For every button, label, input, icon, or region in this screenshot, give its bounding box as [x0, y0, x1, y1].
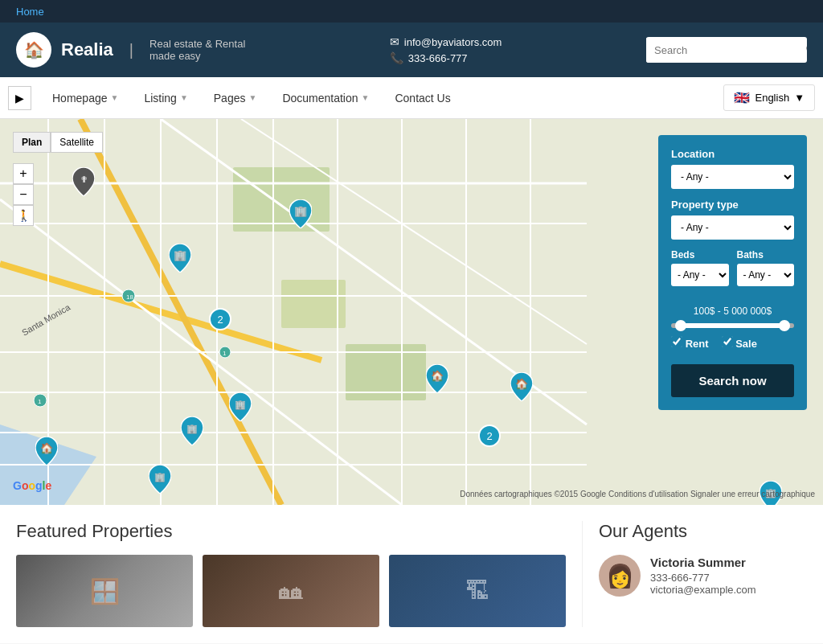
agent-name: Victoria Summer [650, 556, 756, 569]
svg-text:✟: ✟ [80, 174, 88, 184]
property-type-label: Property type [671, 199, 794, 211]
featured-left: Featured Properties 🪟 🏘 🏗 [16, 521, 566, 627]
language-selector[interactable]: 🇬🇧 English ▼ [723, 84, 815, 111]
map-pin-2[interactable]: 🏢 [289, 199, 312, 231]
nav-listing-label: Listing [144, 92, 176, 105]
nav-homepage-arrow: ▼ [111, 93, 119, 102]
range-handle-left[interactable] [675, 320, 686, 331]
zoom-out-button[interactable]: − [13, 184, 34, 205]
svg-text:1: 1 [38, 398, 42, 405]
property-card-img-1: 🪟 [16, 555, 193, 627]
map-pin-1[interactable]: 🏢 [169, 244, 191, 275]
svg-text:🏢: 🏢 [235, 399, 246, 410]
nav-listing-arrow: ▼ [180, 93, 188, 102]
img-placeholder-3: 🏗 [389, 555, 566, 627]
property-type-select[interactable]: - Any - [671, 215, 794, 240]
map-type-buttons: Plan Satellite [13, 132, 103, 153]
top-bar: Home [0, 0, 823, 23]
range-track [678, 323, 788, 328]
agents-title: Our Agents [599, 521, 807, 542]
sale-checkbox-label[interactable]: Sale [722, 336, 757, 350]
nav-item-pages[interactable]: Pages ▼ [201, 77, 270, 119]
agents-section: Our Agents 👩 Victoria Summer 333-666-777… [582, 521, 807, 627]
nav-toggle-button[interactable]: ▶ [8, 86, 31, 110]
email-icon: ✉ [390, 35, 399, 48]
sale-checkbox[interactable] [722, 336, 733, 347]
rent-label: Rent [686, 338, 709, 350]
header: 🏠 Realia | Real estate & Rental made eas… [0, 23, 823, 77]
nav-contact-label: Contact Us [395, 92, 450, 105]
featured-section: Featured Properties 🪟 🏘 🏗 Our Agents 👩 [0, 505, 823, 643]
svg-text:🏠: 🏠 [431, 369, 444, 383]
nav-item-listing[interactable]: Listing ▼ [131, 77, 200, 119]
agent-avatar: 👩 [599, 555, 641, 597]
svg-rect-2 [233, 167, 330, 232]
nav-item-contact[interactable]: Contact Us [382, 77, 463, 119]
logo-divider: | [129, 41, 133, 59]
location-select[interactable]: - Any - [671, 165, 794, 189]
svg-text:🏠: 🏠 [515, 377, 529, 391]
price-range-label: 100$ - 5 000 000$ [671, 306, 794, 317]
baths-label: Baths [737, 249, 795, 260]
baths-select[interactable]: - Any - [737, 264, 795, 286]
beds-baths-row: Beds - Any - Baths - Any - [671, 249, 794, 296]
map-pin-8[interactable]: 🏢 [181, 416, 203, 448]
phone-icon: 📞 [390, 51, 403, 64]
satellite-button[interactable]: Satellite [51, 132, 103, 153]
range-handle-right[interactable] [779, 320, 790, 331]
img-placeholder-2: 🏘 [203, 555, 379, 627]
map-pin-3[interactable]: ✟ [72, 167, 95, 199]
plan-button[interactable]: Plan [13, 132, 51, 153]
search-now-button[interactable]: Search now [671, 364, 794, 397]
nav-pages-label: Pages [214, 92, 246, 105]
nav-homepage-label: Homepage [52, 92, 108, 105]
map-footer-text: Données cartographiques ©2015 Google Con… [460, 490, 815, 498]
phone-number: 333-666-777 [408, 52, 468, 64]
property-card-2[interactable]: 🏘 [203, 555, 379, 627]
price-range-slider[interactable] [671, 323, 794, 328]
rent-checkbox-label[interactable]: Rent [671, 336, 709, 350]
property-card-img-3: 🏗 [389, 555, 566, 627]
map-section: Santa Monica Casa del Mar 1 18 1 Plan Sa… [0, 119, 823, 505]
search-panel: Location - Any - Property type - Any - B… [658, 135, 807, 410]
checkboxes-row: Rent Sale [671, 336, 794, 355]
map-pin-7[interactable]: 🏠 [35, 437, 58, 468]
svg-text:🏢: 🏢 [294, 204, 308, 218]
email-row: ✉ info@byaviators.com [390, 35, 502, 48]
nav-documentation-arrow: ▼ [362, 93, 370, 102]
language-flag: 🇬🇧 [734, 90, 750, 105]
nav-item-homepage[interactable]: Homepage ▼ [39, 77, 131, 119]
agent-info: Victoria Summer 333-666-777 victoria@exa… [650, 556, 756, 596]
svg-text:🏢: 🏢 [174, 248, 187, 262]
rent-checkbox[interactable] [671, 336, 682, 347]
img-placeholder-1: 🪟 [16, 555, 193, 627]
map-pin-cluster[interactable]: 2 [209, 308, 231, 330]
svg-text:1: 1 [223, 350, 227, 357]
map-pin-6[interactable]: 🏠 [510, 372, 533, 404]
language-arrow: ▼ [794, 92, 805, 104]
home-link[interactable]: Home [16, 6, 44, 18]
beds-select[interactable]: - Any - [671, 264, 729, 286]
map-pin-cluster2[interactable]: 2 [478, 425, 501, 447]
map-pin-11[interactable]: 🏢 [149, 465, 171, 496]
email-address: info@byaviators.com [404, 36, 502, 48]
map-pin-4[interactable]: 🏢 [229, 392, 252, 424]
featured-title: Featured Properties [16, 521, 566, 542]
phone-row: 📞 333-666-777 [390, 51, 502, 64]
zoom-in-button[interactable]: + [13, 163, 34, 184]
logo-icon: 🏠 [16, 32, 51, 68]
svg-text:🏠: 🏠 [40, 441, 54, 455]
svg-text:🏢: 🏢 [186, 423, 198, 434]
property-card-3[interactable]: 🏗 [389, 555, 566, 627]
logo-tagline: Real estate & Rental made easy [149, 38, 245, 62]
header-search-input[interactable] [646, 38, 797, 63]
property-card-1[interactable]: 🪟 [16, 555, 193, 627]
street-view-button[interactable]: 🚶 [13, 205, 34, 226]
language-label: English [755, 92, 789, 104]
nav-item-documentation[interactable]: Documentation ▼ [269, 77, 382, 119]
location-label: Location [671, 148, 794, 160]
beds-label: Beds [671, 249, 729, 260]
baths-column: Baths - Any - [737, 249, 795, 296]
map-pin-5[interactable]: 🏠 [426, 364, 448, 396]
header-search-button[interactable]: 🔍 [797, 37, 807, 63]
